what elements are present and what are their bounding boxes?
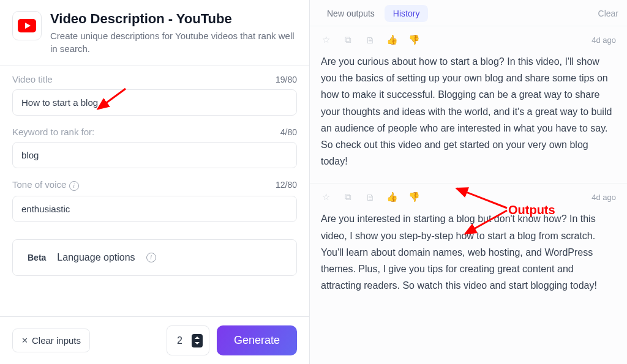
template-header: Video Description - YouTube Create uniqu… xyxy=(0,0,309,65)
info-icon[interactable]: i xyxy=(146,253,156,262)
action-bar: ✕ Clear inputs 2 Generate xyxy=(0,316,309,364)
field-keyword: Keyword to rank for: 4/80 xyxy=(12,127,297,168)
tone-input[interactable] xyxy=(12,196,297,222)
chevron-down-icon[interactable] xyxy=(195,342,200,344)
chevron-up-icon[interactable] xyxy=(195,336,200,339)
output-card[interactable]: ☆ ⧉ 🗎 👍 👎 4d ago Are you curious about h… xyxy=(310,26,627,183)
language-options-label: Language options xyxy=(57,252,135,263)
output-text: Are you curious about how to start a blo… xyxy=(321,53,616,169)
tone-label-text: Tone of voice xyxy=(12,179,66,190)
tone-label: Tone of voice i xyxy=(12,179,79,191)
clear-inputs-label: Clear inputs xyxy=(32,335,81,346)
youtube-app-icon xyxy=(12,11,42,40)
info-icon[interactable]: i xyxy=(69,181,79,191)
thumbs-down-icon[interactable]: 👎 xyxy=(409,35,419,45)
generate-button[interactable]: Generate xyxy=(217,325,297,355)
tab-new-outputs[interactable]: New outputs xyxy=(318,5,383,22)
copy-icon[interactable]: ⧉ xyxy=(343,192,353,202)
clear-inputs-button[interactable]: ✕ Clear inputs xyxy=(12,329,90,352)
tabs-bar: New outputs History Clear xyxy=(310,0,627,26)
delete-icon[interactable]: 🗎 xyxy=(365,192,375,202)
output-count-value: 2 xyxy=(177,335,192,346)
keyword-label: Keyword to rank for: xyxy=(12,127,94,137)
left-panel: Video Description - YouTube Create uniqu… xyxy=(0,0,310,364)
video-title-input[interactable] xyxy=(12,89,297,116)
field-video-title: Video title 19/80 xyxy=(12,74,297,116)
star-icon[interactable]: ☆ xyxy=(321,35,331,45)
tone-count: 12/80 xyxy=(276,180,297,190)
video-title-count: 19/80 xyxy=(276,75,297,84)
thumbs-up-icon[interactable]: 👍 xyxy=(387,192,397,202)
language-options-card[interactable]: Beta Language options i xyxy=(12,239,297,276)
output-actions: ☆ ⧉ 🗎 👍 👎 xyxy=(321,35,419,45)
keyword-input[interactable] xyxy=(12,142,297,168)
tab-history[interactable]: History xyxy=(385,5,429,22)
header-text: Video Description - YouTube Create uniqu… xyxy=(50,11,297,55)
star-icon[interactable]: ☆ xyxy=(321,192,331,202)
right-panel: New outputs History Clear ☆ ⧉ 🗎 👍 👎 4d a… xyxy=(310,0,627,364)
output-actions: ☆ ⧉ 🗎 👍 👎 xyxy=(321,192,419,202)
clear-outputs-button[interactable]: Clear xyxy=(598,9,618,18)
copy-icon[interactable]: ⧉ xyxy=(343,35,353,45)
x-icon: ✕ xyxy=(21,336,28,345)
generate-label: Generate xyxy=(234,334,280,346)
count-stepper[interactable] xyxy=(192,334,203,347)
output-count-input[interactable]: 2 xyxy=(167,325,209,355)
output-card[interactable]: ☆ ⧉ 🗎 👍 👎 4d ago Are you interested in s… xyxy=(310,183,627,307)
beta-badge: Beta xyxy=(28,253,46,262)
thumbs-up-icon[interactable]: 👍 xyxy=(387,35,397,45)
page-title: Video Description - YouTube xyxy=(50,11,297,27)
page-subtitle: Create unique descriptions for Youtube v… xyxy=(50,29,297,55)
field-tone: Tone of voice i 12/80 xyxy=(12,179,297,222)
delete-icon[interactable]: 🗎 xyxy=(365,35,375,45)
keyword-count: 4/80 xyxy=(280,127,297,137)
output-timestamp: 4d ago xyxy=(591,35,616,45)
output-text: Are you interested in starting a blog bu… xyxy=(321,210,616,294)
output-timestamp: 4d ago xyxy=(591,193,616,202)
form-area: Video title 19/80 Keyword to rank for: 4… xyxy=(0,65,309,316)
thumbs-down-icon[interactable]: 👎 xyxy=(409,192,419,202)
youtube-icon xyxy=(18,19,36,32)
video-title-label: Video title xyxy=(12,74,53,84)
